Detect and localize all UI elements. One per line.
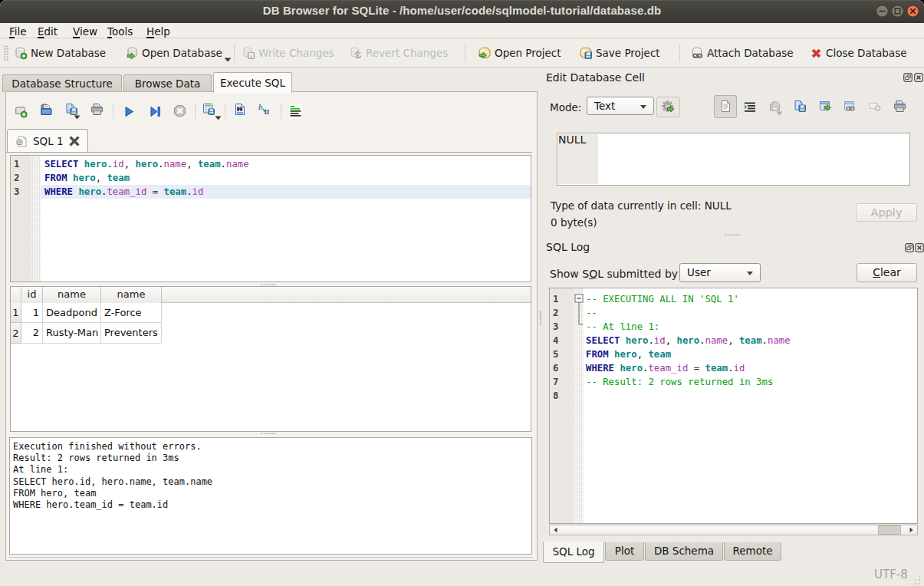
dock-tab-db-schema[interactable]: DB Schema [645, 542, 723, 561]
open-project-button[interactable]: Open Project [478, 39, 561, 67]
sql-toolbar-separator [281, 104, 281, 119]
close-database-button[interactable]: Close Database [810, 39, 906, 67]
sql-code-line: FROM hero, team [44, 171, 130, 185]
write-changes-button[interactable]: Write Changes [242, 39, 334, 67]
print-sql-icon[interactable] [90, 103, 104, 116]
sql-editor[interactable]: 1 2 3 SELECT hero.id, hero.name, team.na… [10, 155, 531, 282]
save-sql-dropdown-icon[interactable] [74, 115, 81, 120]
apply-button[interactable]: Apply [856, 203, 917, 222]
menu-tools[interactable]: Tools [107, 25, 133, 38]
close-sql-tab-icon[interactable] [69, 136, 80, 146]
results-corner-header[interactable] [11, 287, 21, 303]
log-line-number: 5 [553, 347, 558, 361]
open-database-button[interactable]: Open Database [126, 39, 222, 67]
open-sql-tab-icon[interactable] [15, 105, 28, 118]
log-line-number: 1 [553, 292, 558, 306]
write-changes-label: Write Changes [258, 47, 334, 59]
main-vertical-splitter[interactable] [540, 311, 541, 324]
scroll-right-icon[interactable] [906, 525, 916, 535]
results-row-header[interactable]: 1 [11, 303, 21, 323]
menu-help[interactable]: Help [146, 25, 170, 38]
menu-edit[interactable]: Edit [38, 25, 58, 38]
new-database-button[interactable]: New Database [15, 39, 106, 67]
link-data-icon[interactable] [843, 100, 857, 113]
open-project-label: Open Project [495, 47, 561, 59]
log-hscrollbar[interactable] [549, 525, 918, 535]
print-cell-icon[interactable] [893, 100, 906, 113]
execute-all-icon[interactable] [123, 105, 136, 118]
scrollbar-slider[interactable] [878, 525, 901, 535]
open-database-label: Open Database [142, 47, 222, 59]
open-sql-file-icon[interactable] [40, 104, 53, 117]
tab-database-structure[interactable]: Database Structure [2, 74, 122, 92]
results-col-header-id[interactable]: id [21, 287, 43, 303]
close-database-label: Close Database [826, 47, 906, 59]
import-cell-icon[interactable] [794, 100, 807, 113]
results-cell[interactable]: 2 [21, 323, 43, 344]
dock-tab-remote[interactable]: Remote [724, 542, 781, 561]
auto-indent-icon[interactable] [289, 104, 302, 117]
minimize-icon [876, 5, 889, 18]
save-cell-dropdown-icon[interactable] [776, 111, 783, 116]
sql-log-dock-title: SQL Log [546, 241, 590, 253]
mode-combobox[interactable]: Text [587, 97, 654, 115]
results-cell[interactable]: Deadpond [43, 303, 101, 323]
menu-file[interactable]: File [9, 25, 27, 38]
save-sql-file-icon[interactable] [65, 103, 78, 116]
save-results-icon[interactable] [202, 103, 215, 116]
execute-line-icon[interactable] [149, 105, 162, 118]
log-filter-label: Show SQL submitted by [550, 268, 678, 280]
find-icon[interactable] [234, 103, 247, 116]
format-sql-icon[interactable]: b a [258, 103, 271, 116]
sql-log-box[interactable]: 1 2 3 4 5 6 7 8 -- EXECUTING ALL IN 'SQL… [549, 288, 918, 524]
open-database-dropdown-icon[interactable] [224, 58, 232, 62]
editor-line-number: 3 [14, 185, 19, 199]
results-cell[interactable]: Preventers [101, 323, 162, 344]
word-wrap-icon[interactable] [744, 100, 757, 114]
close-dock-icon[interactable] [915, 243, 924, 252]
execution-status-box[interactable]: Execution finished without errors. Resul… [9, 437, 532, 555]
dock-tab-sql-log[interactable]: SQL Log [543, 542, 604, 563]
fold-marker-icon[interactable] [574, 294, 584, 326]
results-table[interactable]: id name name 1 1 Deadpond Z-Force 2 2 Ru… [10, 286, 531, 432]
results-row-header[interactable]: 2 [11, 323, 21, 344]
set-null-icon[interactable] [869, 100, 882, 113]
save-results-dropdown-icon[interactable] [215, 116, 222, 120]
log-filter-combobox[interactable]: User [679, 263, 761, 282]
float-dock-icon[interactable] [905, 243, 914, 252]
cell-editor[interactable]: NULL [557, 133, 910, 186]
results-col-header-name2[interactable]: name [101, 287, 162, 303]
results-cell[interactable]: 1 [21, 303, 43, 323]
close-dock-icon[interactable] [914, 73, 923, 82]
results-cell[interactable]: Rusty-Man [43, 323, 101, 344]
tab-execute-sql[interactable]: Execute SQL [213, 72, 292, 93]
results-status-splitter[interactable] [261, 433, 277, 435]
log-line: -- Result: 2 rows returned in 3ms [586, 375, 773, 389]
results-col-header-name[interactable]: name [43, 287, 101, 303]
close-button[interactable] [906, 5, 919, 18]
dock-tab-plot[interactable]: Plot [605, 542, 644, 561]
stop-icon[interactable] [173, 104, 186, 117]
titlebar[interactable]: DB Browser for SQLite - /home/user/code/… [0, 0, 924, 23]
log-line: -- EXECUTING ALL IN 'SQL 1' [586, 292, 739, 306]
maximize-button[interactable] [891, 5, 904, 18]
scroll-left-icon[interactable] [551, 525, 561, 535]
menubar: File Edit View Tools Help [0, 23, 924, 38]
toolbar-handle[interactable] [4, 45, 9, 61]
float-dock-icon[interactable] [903, 73, 912, 82]
combo-arrow-icon [747, 272, 753, 275]
resize-grip[interactable] [910, 574, 921, 585]
tab-browse-data[interactable]: Browse Data [123, 74, 212, 92]
revert-changes-button[interactable]: Revert Changes [350, 39, 448, 67]
clear-log-button[interactable]: Clear [857, 263, 917, 282]
dock-splitter[interactable] [725, 234, 741, 236]
results-cell[interactable]: Z-Force [101, 303, 162, 323]
export-cell-icon[interactable] [819, 100, 832, 113]
maximize-icon [891, 5, 904, 18]
save-project-button[interactable]: Save Project [580, 39, 660, 67]
sql-tab[interactable]: SQL 1 [7, 129, 88, 153]
menu-view[interactable]: View [73, 25, 97, 38]
attach-database-button[interactable]: Attach Database [691, 39, 794, 67]
combo-arrow-icon [640, 105, 646, 109]
minimize-button[interactable] [876, 5, 889, 18]
